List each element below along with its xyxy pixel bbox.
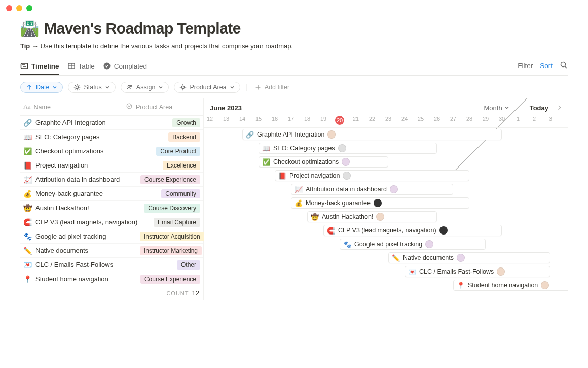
timeline-bar[interactable]: 🧲CLP V3 (lead magnets, navigation) [323,225,502,236]
add-filter-button[interactable]: Add filter [252,84,289,91]
task-table: Aa Name Product Area 🔗Graphite API Integ… [20,98,204,300]
chip-assign[interactable]: Assign [121,82,169,93]
task-emoji-icon: ✅ [23,147,31,155]
axis-tick: 16 [272,116,278,122]
chip-status-label: Status [84,84,101,91]
task-name-cell: 💰Money-back guarantee [23,190,140,198]
chip-product-area[interactable]: Product Area [174,82,240,93]
today-button[interactable]: Today [530,104,548,112]
timeline-bar-label: Attribution data in dashboard [306,186,387,193]
timeline-bar[interactable]: 💌CLC / Emails Fast-Follows [405,266,550,277]
table-row[interactable]: 💌CLC / Emails Fast-FollowsOther [20,258,203,272]
timeline-bar-label: Austin Hackathon! [322,213,373,220]
timeline-body[interactable]: 🔗Graphite API Integration📖SEO: Category … [204,128,568,292]
table-row[interactable]: ✏️Native documentsInstructor Marketing [20,244,203,258]
table-row[interactable]: 💰Money-back guaranteeCommunity [20,187,203,201]
product-area-column-header[interactable]: Product Area [136,104,172,111]
task-name-cell: 🤠Austin Hackathon! [23,204,140,212]
table-icon [67,62,76,70]
timeline-bar[interactable]: 🐾Google ad pixel tracking [340,239,486,250]
timeline-bar[interactable]: 💰Money-back guarantee [291,197,469,209]
count-value: 12 [192,289,199,297]
timeline-bar[interactable]: ✏️Native documents [388,252,550,263]
timeline-bar-label: Money-back guarantee [306,199,371,207]
search-icon[interactable] [560,61,568,71]
svg-line-16 [79,89,80,89]
sort-button[interactable]: Sort [540,62,553,70]
minimize-window-dot[interactable] [16,5,22,11]
timeline-bar-label: CLC / Emails Fast-Follows [419,268,494,275]
axis-tick: 17 [288,116,294,122]
chip-date[interactable]: Date [20,82,63,93]
check-circle-icon [103,62,111,70]
scale-selector[interactable]: Month [484,104,509,112]
task-name: CLC / Emails Fast-Follows [35,261,113,269]
close-window-dot[interactable] [6,5,12,11]
task-name: Student home navigation [35,275,108,283]
task-emoji-icon: 📍 [23,275,31,283]
axis-tick: 15 [255,116,262,122]
svg-point-7 [561,62,566,66]
svg-point-19 [128,85,130,87]
assignee-avatar [541,281,549,289]
table-row[interactable]: 📍Student home navigationCourse Experienc… [20,272,203,286]
assignee-avatar [338,144,346,152]
timeline-bar[interactable]: 📕Project navigation [275,170,469,181]
product-area-tag: Course Discovery [144,204,200,213]
task-emoji-icon: 🤠 [23,204,31,212]
task-emoji-icon: ✅ [262,158,270,166]
timeline-bar[interactable]: ✅Checkout optimizations [259,156,388,168]
filter-button[interactable]: Filter [518,62,533,70]
task-name-cell: 📖SEO: Category pages [23,133,140,141]
table-row[interactable]: 📖SEO: Category pagesBackend [20,130,203,144]
timeline-prev-button[interactable] [514,103,525,113]
axis-tick: 3 [549,116,552,122]
task-emoji-icon: 🔗 [246,131,254,139]
axis-tick: 29 [483,116,489,122]
timeline-bar[interactable]: 🤠Austin Hackathon! [307,211,437,222]
task-emoji-icon: 📖 [23,133,31,141]
axis-tick: 23 [385,116,391,122]
table-row[interactable]: 🐾Google ad pixel trackingInstructor Acqu… [20,229,203,244]
timeline-bar-label: Native documents [403,254,454,261]
axis-tick: 14 [239,116,245,122]
task-emoji-icon: 📍 [457,282,465,289]
task-emoji-icon: 🧲 [23,218,31,226]
table-row[interactable]: ✅Checkout optimizationsCore Product [20,144,203,158]
axis-tick: 26 [434,116,440,122]
tab-completed-label: Complated [114,62,147,70]
task-emoji-icon: 🤠 [311,213,319,221]
task-emoji-icon: 🐾 [23,232,31,241]
timeline-bar-label: SEO: Category pages [273,145,335,152]
chip-assign-label: Assign [136,84,156,91]
timeline-bar[interactable]: 📈Attribution data in dashboard [291,184,453,195]
axis-tick: 12 [207,116,213,122]
name-column-header[interactable]: Name [34,104,51,111]
axis-tick: 27 [450,116,456,122]
timeline-bar[interactable]: 📍Student home navigation [453,280,568,291]
timeline-bar-label: Graphite API Integration [257,131,324,138]
tab-completed[interactable]: Complated [103,59,147,75]
axis-tick: 30 [499,116,505,122]
timeline-next-button[interactable] [554,103,564,113]
timeline-bar-label: Checkout optimizations [273,158,339,165]
task-name: Checkout optimizations [35,147,103,155]
chip-status[interactable]: Status [68,82,115,93]
assignee-avatar [343,172,351,180]
table-row[interactable]: 🧲CLP V3 (lead magnets, navigation)Email … [20,215,203,229]
task-name-cell: 🐾Google ad pixel tracking [23,232,140,241]
axis-tick: 2 [533,116,536,122]
task-emoji-icon: 📖 [262,145,270,152]
tip-label: Tip → [20,42,39,50]
page-title: Maven's Roadmap Template [44,20,241,37]
table-row[interactable]: 🔗Graphite API IntegrationGrowth [20,116,203,130]
tab-table[interactable]: Table [67,59,95,75]
table-row[interactable]: 📕Project navigationExcellence [20,158,203,173]
timeline-bar[interactable]: 📖SEO: Category pages [259,143,437,154]
table-row[interactable]: 📈Attribution data in dashboardCourse Exp… [20,173,203,187]
task-name: CLP V3 (lead magnets, navigation) [35,218,137,226]
table-row[interactable]: 🤠Austin Hackathon!Course Discovery [20,201,203,215]
zoom-window-dot[interactable] [26,5,32,11]
tab-timeline[interactable]: Timeline [20,59,59,75]
timeline-bar[interactable]: 🔗Graphite API Integration [242,129,502,140]
